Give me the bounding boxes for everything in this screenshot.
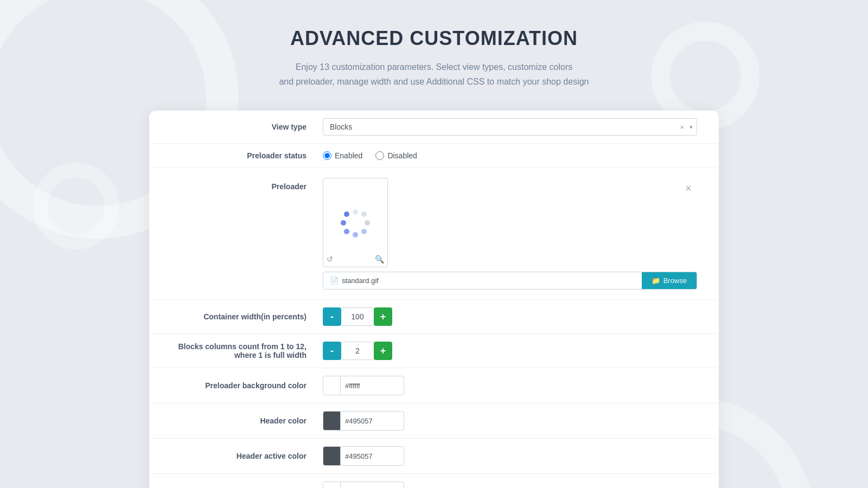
svg-point-6 [341, 220, 346, 226]
container-width-plus-btn[interactable]: + [374, 307, 392, 326]
view-type-select[interactable]: Blocks List Grid [323, 118, 697, 136]
container-width-label: Container width(in percents) [171, 312, 323, 321]
view-type-row: View type Blocks List Grid × ▾ [149, 111, 719, 144]
blocks-columns-label: Blocks columns count from 1 to 12, where… [171, 342, 323, 359]
preloader-bg-color-swatch[interactable] [323, 376, 341, 395]
preloader-bg-color-control [323, 376, 697, 395]
radio-disabled-input[interactable] [375, 151, 384, 160]
header-active-color-label: Header active color [171, 452, 323, 460]
header-color-wrapper [323, 411, 404, 431]
preloader-status-row: Preloader status Enabled Disabled [149, 144, 719, 168]
preloader-bg-color-label: Preloader background color [171, 381, 323, 390]
container-width-row: Container width(in percents) - + [149, 300, 719, 334]
deco-circle-mid-left [33, 163, 119, 249]
preloader-bg-color-input[interactable] [341, 378, 404, 394]
header-active-color-row: Header active color [149, 439, 719, 474]
blocks-columns-control: - + [323, 342, 697, 360]
svg-point-1 [361, 211, 367, 217]
preloader-bg-color-row: Preloader background color [149, 368, 719, 403]
header-color-input[interactable] [341, 413, 404, 429]
container-width-minus-btn[interactable]: - [323, 307, 341, 326]
svg-point-5 [344, 229, 349, 234]
preloader-zoom-icon[interactable]: 🔍 [375, 255, 384, 264]
svg-point-3 [361, 229, 367, 234]
blocks-columns-row: Blocks columns count from 1 to 12, where… [149, 334, 719, 368]
preloader-section: × 🔍 ↺ [323, 178, 697, 290]
header-active-color-input[interactable] [341, 448, 404, 464]
header-bg-color-row: Header background color [149, 474, 719, 488]
header-active-color-swatch[interactable] [323, 447, 341, 465]
blocks-columns-minus-btn[interactable]: - [323, 342, 341, 360]
preloader-status-control: Enabled Disabled [323, 151, 697, 160]
blocks-columns-input[interactable] [341, 342, 374, 360]
preloader-label: Preloader [171, 178, 323, 191]
preloader-upload-zone: 🔍 ↺ [323, 178, 388, 267]
select-arrow-icon: ▾ [690, 124, 693, 131]
preloader-spinner-svg [339, 207, 372, 239]
header-color-control [323, 411, 697, 431]
view-type-select-wrapper: Blocks List Grid × ▾ [323, 118, 697, 136]
header-color-swatch[interactable] [323, 412, 341, 430]
file-input-row: 📄 standard.gif 📁 Browse [323, 272, 697, 290]
container-width-input[interactable] [341, 307, 374, 326]
radio-enabled-input[interactable] [323, 151, 331, 160]
header-bg-color-control [323, 481, 697, 488]
header-color-label: Header color [171, 416, 323, 425]
preloader-status-radio-group: Enabled Disabled [323, 151, 697, 160]
browse-icon: 📁 [652, 277, 660, 285]
blocks-columns-plus-btn[interactable]: + [374, 342, 392, 360]
svg-point-7 [344, 211, 349, 217]
svg-point-4 [353, 232, 358, 237]
preloader-rotate-icon[interactable]: ↺ [327, 255, 333, 264]
svg-point-2 [365, 220, 370, 226]
radio-disabled[interactable]: Disabled [375, 151, 417, 160]
header-active-color-wrapper [323, 446, 404, 466]
preloader-close-btn[interactable]: × [685, 182, 692, 195]
page-title: ADVANCED CUSTOMIZATION [279, 27, 589, 50]
preloader-row: Preloader × 🔍 [149, 168, 719, 300]
header-active-color-control [323, 446, 697, 466]
preloader-control: × 🔍 ↺ [323, 178, 697, 290]
preloader-status-label: Preloader status [171, 151, 323, 160]
container-width-stepper: - + [323, 307, 697, 326]
file-icon: 📄 [330, 277, 339, 285]
select-clear-icon[interactable]: × [680, 123, 684, 131]
browse-button[interactable]: 📁 Browse [642, 272, 697, 289]
svg-point-0 [353, 209, 358, 215]
file-name-display: 📄 standard.gif [323, 273, 642, 288]
view-type-control: Blocks List Grid × ▾ [323, 118, 697, 136]
radio-enabled-label: Enabled [335, 151, 362, 160]
container-width-control: - + [323, 307, 697, 326]
blocks-columns-stepper: - + [323, 342, 697, 360]
header-bg-color-swatch[interactable] [323, 482, 341, 488]
view-type-label: View type [171, 123, 323, 131]
page-header: ADVANCED CUSTOMIZATION Enjoy 13 customiz… [279, 27, 589, 89]
header-bg-color-input[interactable] [341, 484, 404, 488]
header-color-row: Header color [149, 403, 719, 439]
header-bg-color-wrapper [323, 481, 404, 488]
file-name-text: standard.gif [342, 277, 379, 285]
browse-label: Browse [663, 277, 687, 285]
preloader-bg-color-wrapper [323, 376, 404, 395]
customization-panel: View type Blocks List Grid × ▾ Preloader… [149, 111, 719, 488]
radio-disabled-label: Disabled [387, 151, 417, 160]
page-subtitle: Enjoy 13 customization parameters. Selec… [279, 60, 589, 89]
radio-enabled[interactable]: Enabled [323, 151, 362, 160]
